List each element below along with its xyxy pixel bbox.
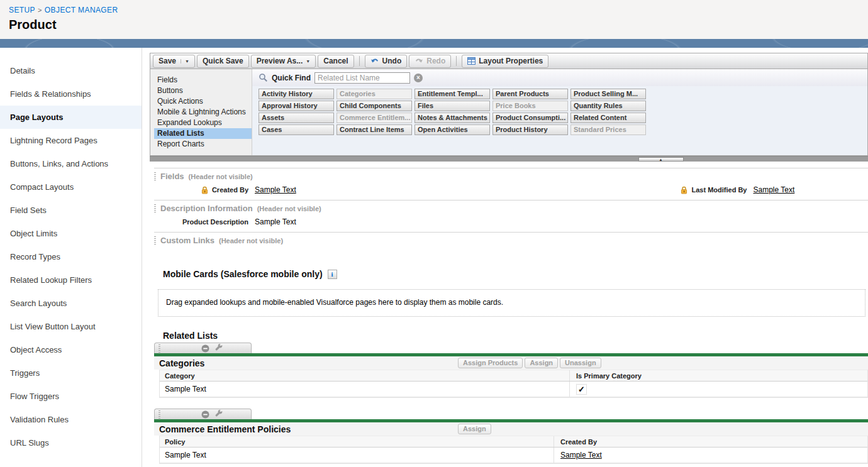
sidebar-item[interactable]: Buttons, Links, and Actions — [0, 152, 142, 175]
palette-item[interactable]: Files — [415, 101, 490, 111]
object-manager-sidebar: Details Fields & Relationships Page Layo… — [0, 48, 142, 467]
sidebar-item[interactable]: Triggers — [0, 361, 142, 385]
mobile-cards-hint: Drag expanded lookups and mobile-enabled… — [166, 298, 503, 307]
save-button[interactable]: Save ▼ — [153, 55, 195, 68]
sidebar-item[interactable]: Object Access — [0, 338, 142, 361]
sidebar-item[interactable]: Compact Layouts — [0, 175, 142, 199]
palette-item[interactable]: Activity History — [259, 89, 334, 99]
description-section-header: Description Information (Header not visi… — [154, 201, 868, 216]
remove-icon[interactable] — [201, 410, 209, 419]
palette-item[interactable]: Open Activities — [415, 124, 490, 135]
palette-category[interactable]: Report Charts — [154, 139, 252, 150]
sidebar-item[interactable]: Fields & Relationships — [0, 82, 142, 106]
palette-splitter[interactable]: ▲ — [150, 156, 868, 162]
related-list-table: Policy Created By Sample Text Sample Tex… — [159, 436, 868, 464]
collapse-up-icon: ▲ — [659, 158, 663, 162]
related-list-header: Commerce Entitlement Policies Assign — [154, 422, 868, 436]
drag-handle-icon[interactable] — [154, 204, 156, 212]
table-cell: Sample Text — [160, 451, 554, 459]
lock-icon — [201, 186, 209, 194]
save-dropdown-icon[interactable]: ▼ — [181, 59, 189, 63]
palette-category[interactable]: Related Lists — [154, 128, 252, 139]
undo-label: Undo — [382, 57, 402, 65]
drag-handle-icon[interactable] — [159, 344, 160, 353]
palette-category[interactable]: Mobile & Lightning Actions — [154, 107, 252, 118]
mobile-cards-dropzone[interactable]: Drag expanded lookups and mobile-enabled… — [158, 289, 865, 317]
palette-item[interactable]: Child Components — [337, 101, 412, 111]
cancel-button[interactable]: Cancel — [318, 55, 353, 68]
palette-category[interactable]: Buttons — [154, 85, 252, 96]
splitter-collapse-handle[interactable]: ▲ — [638, 157, 684, 162]
quick-save-button[interactable]: Quick Save — [197, 55, 249, 68]
table-cell-link[interactable]: Sample Text — [560, 451, 602, 459]
palette-item[interactable]: Quantity Rules — [570, 101, 646, 111]
sidebar-item[interactable]: Record Types — [0, 245, 142, 268]
wrench-icon[interactable] — [214, 344, 223, 353]
field-sample-value[interactable]: Sample Text — [255, 185, 296, 194]
wrench-icon[interactable] — [214, 410, 223, 419]
related-list-preview-button: Assign — [525, 358, 558, 368]
field-created-by: Created By Sample Text — [154, 185, 511, 194]
preview-as-button[interactable]: Preview As... ▼ — [251, 55, 316, 68]
related-list-preview-button: Assign — [458, 424, 491, 434]
layout-properties-button[interactable]: Layout Properties — [462, 55, 548, 68]
palette-category[interactable]: Quick Actions — [154, 96, 252, 107]
sidebar-item[interactable]: Validation Rules — [0, 408, 142, 431]
breadcrumb-object-manager-link[interactable]: OBJECT MANAGER — [45, 6, 118, 14]
sidebar-item[interactable]: URL Slugs — [0, 431, 142, 454]
related-lists-heading: Related Lists — [163, 331, 868, 341]
palette-item[interactable]: Categories — [337, 89, 412, 99]
palette-item[interactable]: Assets — [259, 113, 334, 123]
palette-item[interactable]: Product Consumpti... — [492, 113, 568, 123]
breadcrumb-setup-link[interactable]: SETUP — [9, 6, 35, 14]
palette-item[interactable]: Entitlement Templ... — [415, 89, 490, 99]
sidebar-item[interactable]: Details — [0, 59, 142, 82]
field-sample-value[interactable]: Sample Text — [255, 217, 296, 226]
table-row: Sample Text ✓ — [160, 382, 867, 397]
lock-icon — [680, 186, 688, 194]
sidebar-item[interactable]: Lightning Record Pages — [0, 129, 142, 152]
related-list-tab-handle[interactable] — [154, 343, 252, 353]
related-list-tab-handle[interactable] — [154, 409, 252, 419]
remove-icon[interactable] — [201, 344, 209, 353]
sidebar-item[interactable]: Field Sets — [0, 199, 142, 222]
info-icon[interactable]: i — [328, 270, 337, 279]
palette-category[interactable]: Fields — [154, 75, 252, 85]
quick-find-input[interactable] — [314, 72, 410, 84]
drag-handle-icon[interactable] — [159, 410, 160, 419]
sidebar-item[interactable]: Search Layouts — [0, 292, 142, 315]
sidebar-item[interactable]: Related Lookup Filters — [0, 268, 142, 292]
palette-category[interactable]: Expanded Lookups — [154, 118, 252, 128]
section-note: (Header not visible) — [189, 173, 253, 180]
layout-canvas: Fields (Header not visible) Created By S… — [150, 162, 868, 467]
column-header: Policy — [160, 438, 554, 446]
palette-item[interactable]: Approval History — [259, 101, 334, 111]
drag-handle-icon[interactable] — [154, 172, 156, 180]
palette-item[interactable]: Related Content — [570, 113, 646, 123]
section-gap — [154, 398, 868, 407]
cancel-label: Cancel — [323, 57, 348, 65]
layout-properties-label: Layout Properties — [479, 57, 543, 65]
palette-item[interactable]: Commerce Entitlem... — [337, 113, 412, 123]
sidebar-item[interactable]: Page Layouts — [0, 106, 142, 129]
drag-handle-icon[interactable] — [154, 236, 156, 244]
palette-item[interactable]: Product Selling M... — [570, 89, 646, 99]
palette-item[interactable]: Price Books — [492, 101, 568, 111]
palette-item[interactable]: Contract Line Items — [337, 124, 412, 135]
sidebar-item[interactable]: List View Button Layout — [0, 315, 142, 338]
clear-search-icon[interactable]: × — [414, 74, 423, 82]
field-sample-value[interactable]: Sample Text — [754, 185, 795, 194]
undo-button[interactable]: Undo — [365, 55, 408, 68]
field-label-text: Created By — [212, 186, 248, 194]
palette-item[interactable]: Standard Prices — [570, 124, 646, 135]
redo-button[interactable]: Redo — [409, 55, 451, 68]
palette-item[interactable]: Cases — [259, 124, 334, 135]
checkmark-icon: ✓ — [576, 384, 587, 395]
palette-item[interactable]: Notes & Attachments — [415, 113, 490, 123]
table-cell: ✓ — [569, 382, 867, 397]
palette-item[interactable]: Product History — [492, 124, 568, 135]
palette-item[interactable]: Parent Products — [492, 89, 568, 99]
sidebar-item[interactable]: Object Limits — [0, 222, 142, 245]
related-list-preview-button: Assign Products — [458, 358, 523, 368]
sidebar-item[interactable]: Flow Triggers — [0, 385, 142, 408]
